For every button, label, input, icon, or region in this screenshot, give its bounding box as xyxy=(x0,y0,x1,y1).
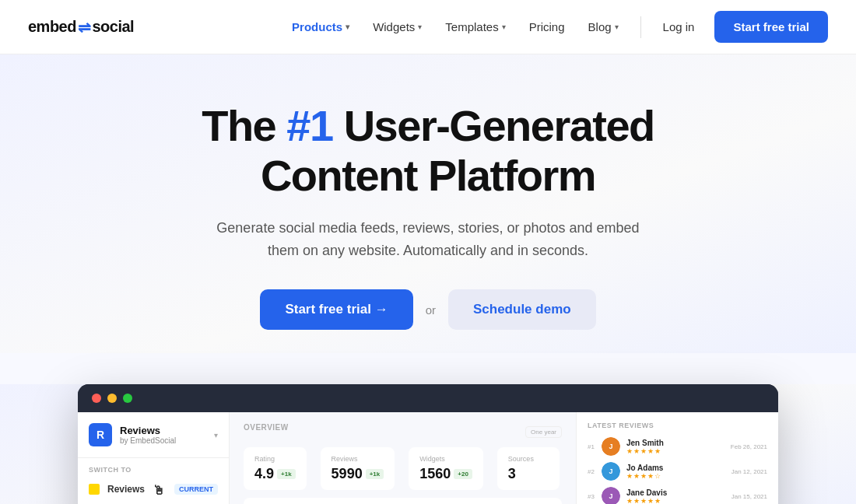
reviewer-name-3: Jane Davis xyxy=(626,488,725,497)
chevron-down-icon: ▾ xyxy=(615,23,619,31)
dashboard-sidebar: R Reviews by EmbedSocial ▾ SWITCH TO Rev… xyxy=(78,412,230,504)
stat-widgets: Widgets 1560 +20 xyxy=(409,447,483,490)
schedule-demo-button[interactable]: Schedule demo xyxy=(448,289,596,330)
overview-label: OVERVIEW xyxy=(244,423,289,432)
nav-item-pricing[interactable]: Pricing xyxy=(520,14,574,40)
reviews-panel-label: LATEST REVIEWS xyxy=(588,422,767,429)
chevron-down-icon: ▾ xyxy=(502,23,506,31)
review-info-1: Jen Smith ★★★★★ xyxy=(626,439,724,455)
nav-badge-current: CURRENT xyxy=(174,484,218,495)
nav-item-cta[interactable]: Start free trial xyxy=(708,11,828,43)
nav-link-templates[interactable]: Templates ▾ xyxy=(436,14,514,40)
dashboard-body: R Reviews by EmbedSocial ▾ SWITCH TO Rev… xyxy=(78,412,778,504)
reviewer-name-2: Jo Adams xyxy=(626,464,725,472)
review-info-2: Jo Adams ★★★★☆ xyxy=(626,464,725,480)
stat-rating-label: Rating xyxy=(254,455,296,463)
reviewer-stars-1: ★★★★★ xyxy=(626,447,724,455)
review-num-1: #1 xyxy=(588,443,595,450)
hero-actions: Start free trial → or Schedule demo xyxy=(16,289,840,330)
reviews-icon xyxy=(89,484,100,495)
stat-reviews-value: 5990 +1k xyxy=(332,466,384,482)
review-row-2: #2 J Jo Adams ★★★★☆ Jan 12, 2021 xyxy=(588,462,767,481)
avatar-placeholder-1: J xyxy=(602,437,620,456)
stat-sources-value: 3 xyxy=(508,466,549,482)
nav-link-widgets[interactable]: Widgets ▾ xyxy=(363,14,431,40)
logo-text2: social xyxy=(92,18,134,36)
titlebar-dot-yellow xyxy=(107,394,117,403)
chevron-down-icon: ▾ xyxy=(346,23,349,31)
nav-links: Products ▾ Widgets ▾ Templates ▾ Pricing… xyxy=(282,11,828,43)
stat-rating: Rating 4.9 +1k xyxy=(244,447,307,490)
nav-link-blog[interactable]: Blog ▾ xyxy=(579,14,628,40)
chevron-down-icon: ▾ xyxy=(418,23,422,31)
stat-widgets-value: 1560 +20 xyxy=(419,466,472,482)
nav-link-products[interactable]: Products ▾ xyxy=(282,14,359,40)
nav-cta-button[interactable]: Start free trial xyxy=(714,11,828,43)
review-date-1: Feb 26, 2021 xyxy=(731,443,767,450)
review-date-2: Jan 12, 2021 xyxy=(731,468,767,475)
stat-reviews-label: Reviews xyxy=(332,455,384,463)
sidebar-nav-reviews[interactable]: Reviews 🖱 CURRENT xyxy=(78,477,229,502)
sidebar-switch-label: SWITCH TO xyxy=(78,458,229,477)
reviewer-stars-2: ★★★★☆ xyxy=(626,472,725,480)
review-num-3: #3 xyxy=(588,493,595,500)
nav-item-templates[interactable]: Templates ▾ xyxy=(436,14,514,40)
stat-widgets-badge: +20 xyxy=(454,469,472,479)
nav-link-pricing[interactable]: Pricing xyxy=(520,14,574,40)
avatar-3: J xyxy=(602,487,620,504)
hero-or: or xyxy=(426,303,436,317)
headline-prefix: The xyxy=(202,101,286,150)
titlebar-dot-red xyxy=(92,394,101,403)
titlebar-dot-green xyxy=(123,394,132,403)
nav-link-login[interactable]: Log in xyxy=(654,14,704,40)
stat-reviews-badge: +1k xyxy=(366,469,384,479)
navbar: embed⇌social Products ▾ Widgets ▾ Templa… xyxy=(0,0,856,54)
stat-sources: Sources 3 xyxy=(497,447,560,490)
nav-item-login[interactable]: Log in xyxy=(654,14,704,40)
hero-headline: The #1 User-GeneratedContent Platform xyxy=(156,101,700,201)
avatar-1: J xyxy=(602,437,620,456)
review-date-3: Jan 15, 2021 xyxy=(731,493,767,500)
sidebar-subtitle: by EmbedSocial xyxy=(120,436,176,445)
reviews-panel: LATEST REVIEWS #1 J Jen Smith ★★★★★ Feb … xyxy=(576,412,778,504)
stat-reviews: Reviews 5990 +1k xyxy=(321,447,395,490)
hero-subtext: Generate social media feeds, reviews, st… xyxy=(210,217,646,262)
hero-section: The #1 User-GeneratedContent Platform Ge… xyxy=(0,54,856,353)
stats-row: Rating 4.9 +1k Reviews 5990 +1k xyxy=(244,447,562,490)
review-row-3: #3 J Jane Davis ★★★★★ Jan 15, 2021 xyxy=(588,487,767,504)
reviewer-name-1: Jen Smith xyxy=(626,439,724,447)
sidebar-reviews-icon: R xyxy=(89,423,112,446)
chart-area: Oct 8, 2020 xyxy=(244,498,562,504)
logo-text: embed xyxy=(28,18,76,36)
sidebar-chevron-icon: ▾ xyxy=(214,431,218,439)
stat-rating-value: 4.9 +1k xyxy=(254,466,296,482)
sidebar-nav-reviews-label: Reviews xyxy=(107,484,145,495)
logo[interactable]: embed⇌social xyxy=(28,18,134,37)
reviewer-stars-3: ★★★★★ xyxy=(626,497,725,504)
timeframe-selector[interactable]: One year xyxy=(525,426,562,438)
nav-divider xyxy=(640,16,641,38)
nav-item-blog[interactable]: Blog ▾ xyxy=(579,14,628,40)
dashboard-preview: R Reviews by EmbedSocial ▾ SWITCH TO Rev… xyxy=(78,384,778,504)
review-num-2: #2 xyxy=(588,468,595,475)
review-info-3: Jane Davis ★★★★★ xyxy=(626,488,725,504)
avatar-2: J xyxy=(602,462,620,481)
stat-rating-badge: +1k xyxy=(277,469,296,479)
headline-accent: #1 xyxy=(286,101,332,150)
avatar-placeholder-3: J xyxy=(602,487,620,504)
dashboard-wrapper: R Reviews by EmbedSocial ▾ SWITCH TO Rev… xyxy=(0,384,856,504)
avatar-placeholder-2: J xyxy=(602,462,620,481)
dashboard-main: OVERVIEW One year Rating 4.9 +1k Reviews xyxy=(230,412,576,504)
stat-widgets-label: Widgets xyxy=(419,455,472,463)
review-row-1: #1 J Jen Smith ★★★★★ Feb 26, 2021 xyxy=(588,437,767,456)
nav-item-widgets[interactable]: Widgets ▾ xyxy=(363,14,431,40)
logo-icon: ⇌ xyxy=(78,18,91,37)
stat-sources-label: Sources xyxy=(508,455,549,463)
cursor-icon: 🖱 xyxy=(153,484,165,498)
overview-row: OVERVIEW One year xyxy=(244,423,562,441)
sidebar-header: R Reviews by EmbedSocial ▾ xyxy=(78,423,229,458)
nav-item-products[interactable]: Products ▾ xyxy=(282,14,359,40)
hero-cta-button[interactable]: Start free trial → xyxy=(260,289,412,330)
sidebar-title-group: Reviews by EmbedSocial xyxy=(120,425,176,445)
titlebar xyxy=(78,384,778,412)
